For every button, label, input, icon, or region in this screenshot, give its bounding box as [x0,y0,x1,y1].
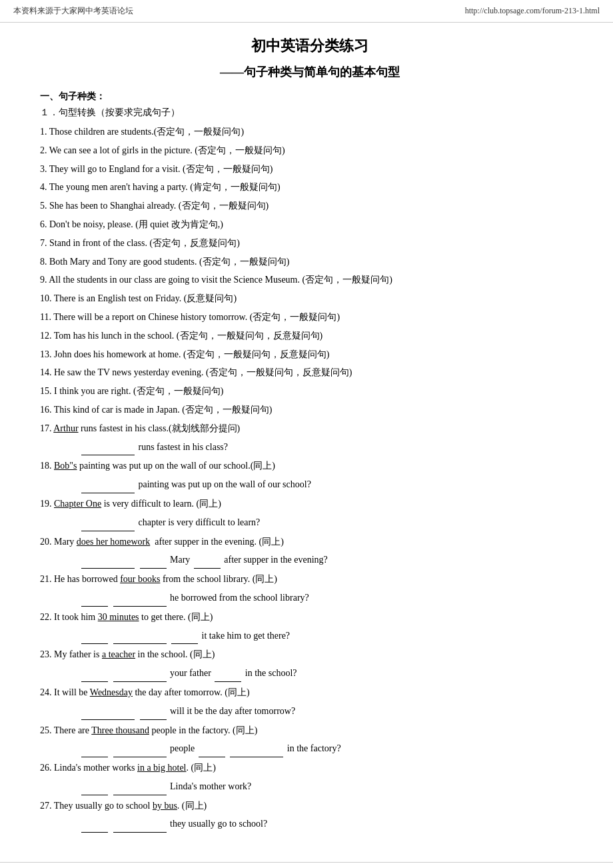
answer-line-21: he borrowed from the school library? [80,590,580,607]
list-item: 1. Those children are students.(否定句，一般疑问… [40,124,580,140]
blank [140,703,167,720]
list-item: 5. She has been to Shanghai already. (否定… [40,198,580,214]
list-item: 11. There will be a report on Chinese hi… [40,309,580,325]
blank [81,477,135,493]
underline-text: a teacher [102,649,135,659]
blank [81,590,108,607]
list-item: 17. Arthur runs fastest in his class.(就划… [40,421,580,437]
answer-line-27: they usually go to school? [80,816,580,833]
list-item: 20. Mary does her homework after supper … [40,534,580,550]
list-item: 10. There is an English test on Friday. … [40,291,580,307]
blank [81,439,135,456]
blank [113,816,167,833]
list-item: 22. It took him 30 minutes to get there.… [40,609,580,625]
page-footer: 更多精品尽在大家网 http://www.TopSage.com/ [0,862,613,868]
answer-line-23: your father in the school? [80,665,580,682]
underline-text: Bob"s [54,461,77,471]
subsection-heading: １．句型转换（按要求完成句子） [40,107,580,119]
list-item: 25. There are Three thousand people in t… [40,723,580,739]
list-item: 12. Tom has his lunch in the school. (否定… [40,328,580,344]
exercise-list-3: 19. Chapter One is very difficult to lea… [40,496,580,512]
answer-line-20: Mary after supper in the evening? [80,552,580,569]
exercise-list-5: 21. He has borrowed four books from the … [40,571,580,587]
list-item: 23. My father is a teacher in the school… [40,647,580,663]
list-item: 26. Linda's mother works in a big hotel.… [40,760,580,776]
list-item: 18. Bob"s painting was put up on the wal… [40,458,580,474]
blank [81,665,108,682]
answer-line-18: painting was put up on the wall of our s… [80,477,580,493]
list-item: 7. Stand in front of the class. (否定句，反意疑… [40,235,580,251]
blank [81,628,108,645]
blank [81,515,135,531]
exercise-list-6: 22. It took him 30 minutes to get there.… [40,609,580,625]
list-item: 6. Don't be noisy, please. (用 quiet 改为肯定… [40,217,580,233]
list-item: 24. It will be Wednesday the day after t… [40,685,580,701]
blank [113,628,167,645]
exercise-list-4: 20. Mary does her homework after supper … [40,534,580,550]
blank [194,552,221,569]
underline-text: Wednesday [90,687,133,697]
main-title: 初中英语分类练习 [40,36,580,56]
list-item: 27. They usually go to school by bus. (同… [40,798,580,814]
exercise-list-2: 18. Bob"s painting was put up on the wal… [40,458,580,474]
main-content: 初中英语分类练习 ——句子种类与简单句的基本句型 一、句子种类： １．句型转换（… [0,23,613,849]
exercise-list-11: 27. They usually go to school by bus. (同… [40,798,580,814]
underline-text: 30 minutes [98,612,139,622]
blank [81,816,108,833]
answer-line-22: it take him to get there? [80,628,580,645]
answer-line-24: will it be the day after tomorrow? [80,703,580,720]
list-item: 15. I think you are right. (否定句，一般疑问句) [40,383,580,399]
blank [140,552,167,569]
exercise-list-10: 26. Linda's mother works in a big hotel.… [40,760,580,776]
list-item: 4. The young men aren't having a party. … [40,179,580,195]
blank [81,703,135,720]
underline-text: Chapter One [54,499,101,509]
blank [199,741,225,757]
underline-text: does her homework [77,537,150,547]
list-item: 8. Both Mary and Tony are good students.… [40,254,580,270]
blank [81,741,108,757]
underline-text: in a big hotel [137,763,187,773]
exercise-list-8: 24. It will be Wednesday the day after t… [40,685,580,701]
header-right: http://club.topsage.com/forum-213-1.html [465,6,600,16]
list-item: 2. We can see a lot of girls in the pict… [40,143,580,159]
blank [230,741,283,757]
blank [113,779,167,795]
list-item: 14. He saw the TV news yesterday evening… [40,365,580,381]
underline-text: four books [120,574,160,584]
list-item: 21. He has borrowed four books from the … [40,571,580,587]
blank [113,741,167,757]
blank [81,779,108,795]
blank [113,665,167,682]
underline-text: by bus [153,801,177,811]
list-item: 19. Chapter One is very difficult to lea… [40,496,580,512]
list-item: 16. This kind of car is made in Japan. (… [40,402,580,418]
blank [171,628,198,645]
exercise-list-7: 23. My father is a teacher in the school… [40,647,580,663]
page-header: 本资料来源于大家网中考英语论坛 http://club.topsage.com/… [0,0,613,23]
blank [215,665,241,682]
section1-heading: 一、句子种类： [40,91,580,103]
blank [81,552,135,569]
blank [113,590,167,607]
answer-line-25: people in the factory? [80,741,580,757]
exercise-list-9: 25. There are Three thousand people in t… [40,723,580,739]
list-item: 13. John does his homework at home. (否定句… [40,347,580,363]
list-item: 3. They will go to England for a visit. … [40,161,580,177]
underline-text: Three thousand [91,725,149,735]
list-item: 9. All the students in our class are goi… [40,272,580,288]
answer-line-26: Linda's mother work? [80,779,580,795]
answer-line-19: chapter is very difficult to learn? [80,515,580,531]
underline-text: Arthur [53,423,78,433]
exercise-list: 1. Those children are students.(否定句，一般疑问… [40,124,580,437]
header-left: 本资料来源于大家网中考英语论坛 [13,5,133,17]
answer-line-17: runs fastest in his class? [80,439,580,456]
sub-title: ——句子种类与简单句的基本句型 [40,64,580,80]
